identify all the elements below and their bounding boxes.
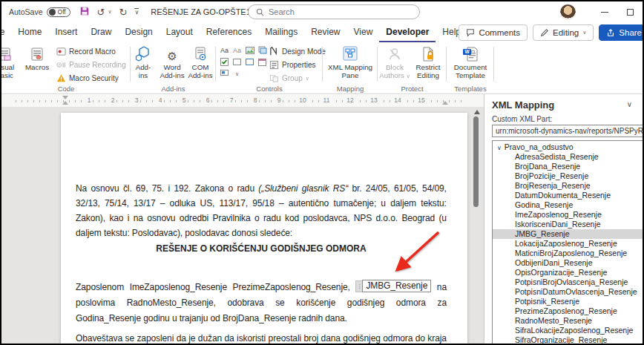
properties-button[interactable]: Properties	[269, 60, 316, 70]
title-bar: AutoSave Off REŠENJE ZA GO-OPŠTE1 Search	[1, 1, 643, 22]
xml-tree-item[interactable]: PotpisniDatumOvlascenja_Resenje	[493, 287, 643, 297]
macros-button[interactable]: Macros	[21, 44, 53, 71]
xml-tree-item[interactable]: BrojDana_Resenje	[493, 162, 643, 171]
xml-tree-item[interactable]: OpisOrganizacije_Resenje	[493, 268, 643, 277]
legacy-tools-dropdown-icon[interactable]	[231, 69, 243, 79]
collapse-chevron-icon[interactable]	[497, 145, 502, 151]
tab-view[interactable]: View	[347, 22, 380, 42]
com-addins-button[interactable]: COMAdd-ins	[185, 44, 215, 79]
xml-tree-item[interactable]: MaticniBrojZaposlenog_Resenje	[493, 249, 643, 258]
xml-tree-item[interactable]: SifraOrganizacije_Resenje	[493, 335, 643, 344]
xml-tree-item[interactable]: OdbijeniDani_Resenje	[493, 258, 643, 268]
xml-tree-item[interactable]: BrojPozicije_Resenje	[493, 171, 643, 181]
search-input[interactable]: Search	[248, 4, 420, 19]
maximize-button[interactable]	[617, 1, 643, 22]
xml-tree-item[interactable]: Potpisnik_Resenje	[493, 297, 643, 306]
xml-tree-item[interactable]: DatumDokumenta_Resenje	[493, 191, 643, 200]
ruler-number: 8	[252, 96, 259, 104]
tab-insert[interactable]: Insert	[48, 22, 84, 42]
document-template-button[interactable]: W DocumentTemplate	[452, 44, 489, 79]
horizontal-ruler[interactable]: 123456789101112131415	[1, 95, 484, 107]
xml-tree-item[interactable]: JMBG_Resenje	[493, 229, 643, 239]
tab-references[interactable]: References	[200, 22, 258, 42]
xml-tree-item[interactable]: SifraLokacijeZaposlenog_Resenje	[493, 326, 643, 335]
xml-tree-item[interactable]: BrojResenja_Resenje	[493, 181, 643, 191]
word: korišćenje	[296, 295, 335, 311]
tab-draw[interactable]: Draw	[84, 22, 118, 42]
rich-text-control-icon[interactable]: Aa	[219, 45, 230, 55]
comment-icon	[466, 28, 475, 37]
word: se	[275, 295, 284, 311]
restrict-editing-button[interactable]: RestrictEditing	[412, 44, 444, 79]
indent-marker-left[interactable]	[62, 96, 69, 105]
combo-box-control-icon[interactable]	[231, 57, 243, 67]
word: 69,	[136, 181, 148, 196]
tab-mailings[interactable]: Mailings	[258, 22, 304, 42]
xml-tree-item[interactable]: LokacijaZaposlenog_Resenje	[493, 239, 643, 249]
undo-dropdown-icon[interactable]	[108, 9, 111, 15]
addins-button[interactable]: Add-ins	[129, 44, 157, 79]
word: za	[437, 295, 446, 311]
design-mode-button[interactable]: Design Mode	[269, 47, 326, 56]
save-icon[interactable]	[79, 6, 90, 18]
building-block-control-icon[interactable]	[257, 45, 268, 55]
word: 75/14,	[105, 196, 129, 211]
xml-tree-item[interactable]: IskorisceniDani_Resenje	[493, 220, 643, 229]
content-control-jmbg[interactable]: JMBG_Resenje	[355, 280, 431, 292]
xml-tree-root[interactable]: Pravo_na_odsustvo	[493, 142, 643, 152]
document-canvas[interactable]: Naosnovučl.69,75.i192.Zakonaoradu(„Služb…	[1, 107, 484, 344]
editing-mode-button[interactable]: Editing	[533, 24, 594, 41]
xml-tree-item[interactable]: ImeZaposlenog_Resenje	[493, 210, 643, 220]
tab-home[interactable]: Home	[11, 22, 48, 42]
undo-icon[interactable]	[97, 7, 105, 17]
autosave-toggle[interactable]: Off	[47, 7, 70, 17]
scrollbar-up-icon[interactable]	[474, 110, 480, 114]
p2-line1: ZaposlenomImeZaposlenog_ResenjePrezimeZa…	[76, 280, 447, 295]
properties-icon	[269, 60, 279, 70]
plain-text-control-icon[interactable]: Aa	[231, 45, 243, 55]
document-title[interactable]: REŠENJE ZA GO-OPŠTE1	[151, 7, 258, 16]
redo-icon[interactable]	[119, 7, 128, 17]
date-picker-control-icon[interactable]	[257, 57, 268, 67]
content-control-box[interactable]: JMBG_Resenje	[362, 280, 431, 292]
content-control-handle-icon[interactable]	[355, 280, 362, 292]
vertical-scrollbar[interactable]	[473, 116, 479, 207]
xml-tree-item[interactable]: Godina_Resenje	[493, 200, 643, 210]
macro-security-button[interactable]: Macro Security	[56, 73, 119, 83]
pane-chevron-icon[interactable]	[627, 100, 632, 108]
xml-tree-item[interactable]: PrezimeZaposlenog_Resenje	[493, 306, 643, 316]
xml-mapping-pane-button[interactable]: XML MappingPane	[329, 44, 372, 79]
group-label-code: Code	[1, 85, 131, 93]
dropdown-list-control-icon[interactable]	[244, 57, 255, 67]
tab-file[interactable]: File	[0, 22, 11, 42]
record-macro-button[interactable]: Record Macro	[56, 47, 116, 56]
tab-developer[interactable]: Developer	[379, 22, 436, 42]
custom-xml-part-select[interactable]: urn:microsoft-dynamics-nav/reports/NPSPy…	[492, 125, 644, 137]
document-page[interactable]: Naosnovučl.69,75.i192.Zakonaoradu(„Služb…	[61, 113, 467, 344]
checkbox-control-icon[interactable]	[219, 57, 230, 67]
user-avatar[interactable]	[560, 4, 576, 20]
indent-marker-right[interactable]	[442, 99, 448, 105]
tab-design[interactable]: Design	[118, 22, 159, 42]
word: radu	[237, 181, 254, 196]
legacy-tools-icon[interactable]	[219, 69, 230, 79]
tab-review[interactable]: Review	[304, 22, 346, 42]
visual-basic-button[interactable]: VisualBasic	[0, 44, 21, 79]
word: o	[228, 181, 233, 196]
word: 192.	[174, 181, 191, 196]
minimize-button[interactable]	[592, 1, 617, 22]
xml-tree-item[interactable]: AdresaSedista_Resenje	[493, 152, 643, 162]
ribbon-group-code: VisualBasic Macros Record Macro Pause Re…	[1, 42, 131, 93]
xml-tree-item[interactable]: PotpisniBrojOvlascenja_Resenje	[493, 277, 643, 287]
xml-tree[interactable]: Pravo_na_odsustvo AdresaSedista_ResenjeB…	[492, 140, 644, 344]
picture-control-icon[interactable]	[244, 45, 255, 55]
autosave-control[interactable]: AutoSave Off	[9, 7, 70, 17]
word-addins-button[interactable]: WordAdd-ins	[157, 44, 187, 79]
comments-button[interactable]: Comments	[459, 24, 528, 41]
customize-toolbar-icon[interactable]	[134, 8, 139, 16]
search-icon	[256, 8, 264, 16]
xml-tree-item[interactable]: RadnoMesto_Resenje	[493, 316, 643, 326]
word: RadnoMesto_Resenje,	[127, 295, 216, 311]
share-button[interactable]: Share	[599, 24, 644, 41]
tab-layout[interactable]: Layout	[160, 22, 200, 42]
